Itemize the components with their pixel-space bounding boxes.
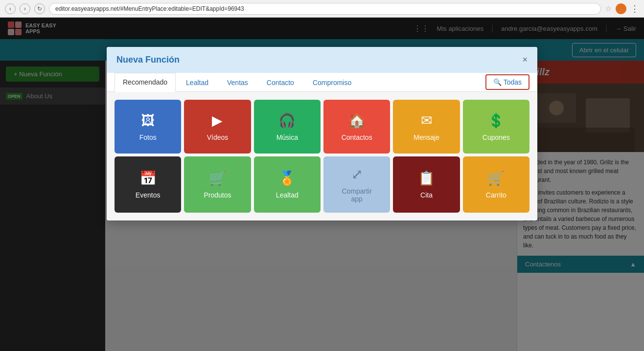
feature-fotos[interactable]: 🖼 Fotos [115, 100, 181, 154]
feature-compartir[interactable]: ⤢ Compartirapp [323, 156, 390, 213]
eventos-label: Eventos [136, 191, 161, 199]
feature-cita[interactable]: 📋 Cita [393, 156, 460, 213]
feature-mensaje[interactable]: ✉ Mensaje [393, 100, 460, 154]
tab-recomendado[interactable]: Recomendado [115, 73, 176, 92]
mensaje-label: Mensaje [414, 133, 439, 141]
feature-videos[interactable]: ▶ Vídeos [184, 100, 251, 154]
fotos-icon: 🖼 [141, 112, 155, 129]
compartir-icon: ⤢ [351, 166, 363, 182]
browser-bar: ‹ › ↻ ☆ ⋮ [0, 0, 644, 18]
cupones-icon: 💲 [487, 112, 505, 129]
videos-icon: ▶ [212, 112, 223, 129]
feature-lealtad[interactable]: 🏅 Lealtad [254, 156, 321, 213]
compartir-label: Compartirapp [342, 187, 371, 203]
contactos-label: Contactos [342, 133, 372, 141]
bookmark-icon[interactable]: ☆ [605, 4, 612, 13]
nueva-funcion-modal: Nueva Función × Recomendado Lealtad Vent… [107, 47, 537, 220]
cita-label: Cita [420, 191, 433, 199]
feature-carrito[interactable]: 🛒 Carrito [463, 156, 529, 213]
feature-musica[interactable]: 🎧 Música [254, 100, 321, 154]
tab-contacto[interactable]: Contacto [258, 73, 302, 91]
modal-title: Nueva Función [116, 55, 180, 65]
eventos-icon: 📅 [139, 170, 157, 186]
modal-tabs: Recomendado Lealtad Ventas Contacto Comp… [107, 73, 537, 92]
refresh-button[interactable]: ↻ [34, 3, 45, 14]
forward-button[interactable]: › [20, 3, 30, 14]
modal-close-button[interactable]: × [522, 55, 528, 65]
mensaje-icon: ✉ [421, 112, 432, 129]
carrito-label: Carrito [486, 191, 506, 199]
musica-label: Música [276, 133, 298, 141]
tab-lealtad[interactable]: Lealtad [178, 73, 217, 91]
feature-eventos[interactable]: 📅 Eventos [115, 156, 181, 213]
cita-icon: 📋 [418, 170, 435, 186]
videos-label: Vídeos [207, 133, 229, 141]
browser-menu-icon[interactable]: ⋮ [630, 3, 639, 14]
tab-compromiso[interactable]: Compromiso [304, 73, 360, 91]
feature-cupones[interactable]: 💲 Cupones [463, 100, 529, 154]
musica-icon: 🎧 [278, 112, 296, 129]
todas-button[interactable]: 🔍 Todas [485, 74, 529, 90]
modal-header: Nueva Función × [107, 47, 537, 73]
feature-contactos[interactable]: 🏠 Contactos [323, 100, 390, 154]
lealtad-label: Lealtad [276, 191, 299, 199]
feature-produtos[interactable]: 🛒 Produtos [184, 156, 251, 213]
produtos-icon: 🛒 [209, 170, 226, 186]
back-button[interactable]: ‹ [5, 3, 16, 14]
url-bar[interactable] [49, 3, 601, 15]
feature-grid: 🖼 Fotos ▶ Vídeos 🎧 Música 🏠 Contactos ✉ … [107, 92, 537, 220]
fotos-label: Fotos [139, 133, 157, 141]
cupones-label: Cupones [483, 133, 510, 141]
contactos-icon: 🏠 [348, 112, 366, 129]
carrito-icon: 🛒 [487, 170, 505, 186]
lealtad-icon: 🏅 [278, 170, 296, 186]
search-icon: 🔍 [493, 78, 502, 86]
user-avatar[interactable] [616, 3, 626, 14]
modal-overlay[interactable]: Nueva Función × Recomendado Lealtad Vent… [0, 18, 644, 351]
produtos-label: Produtos [204, 191, 231, 199]
tab-ventas[interactable]: Ventas [219, 73, 256, 91]
